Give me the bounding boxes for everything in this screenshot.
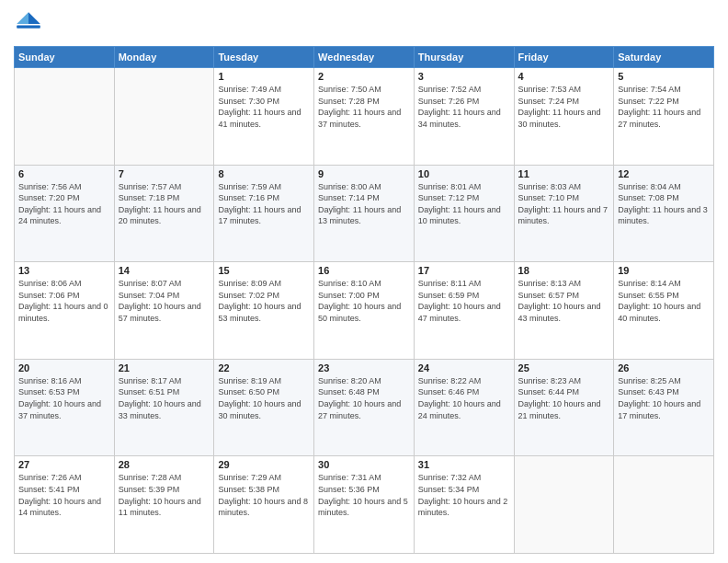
day-number: 1 [218,71,310,82]
day-number: 22 [218,362,310,373]
day-number: 13 [18,265,110,276]
day-number: 17 [418,265,510,276]
calendar-cell: 24Sunrise: 8:22 AMSunset: 6:46 PMDayligh… [414,359,514,456]
day-info: Sunrise: 8:07 AMSunset: 7:04 PMDaylight:… [119,278,210,324]
day-number: 26 [618,362,710,373]
day-info: Sunrise: 7:28 AMSunset: 5:39 PMDaylight:… [119,472,210,518]
day-number: 27 [18,459,110,470]
day-number: 12 [618,168,710,179]
calendar-table: SundayMondayTuesdayWednesdayThursdayFrid… [14,46,714,554]
calendar-cell: 15Sunrise: 8:09 AMSunset: 7:02 PMDayligh… [214,262,314,360]
day-info: Sunrise: 7:59 AMSunset: 7:16 PMDaylight:… [218,181,310,227]
day-number: 18 [518,265,610,276]
day-header-friday: Friday [514,47,614,68]
calendar-cell: 2Sunrise: 7:50 AMSunset: 7:28 PMDaylight… [314,68,415,166]
calendar-cell [514,456,614,554]
day-header-sunday: Sunday [15,47,115,68]
header [14,9,714,39]
day-number: 7 [119,168,210,179]
day-number: 3 [418,71,510,82]
calendar-cell: 22Sunrise: 8:19 AMSunset: 6:50 PMDayligh… [214,359,314,456]
calendar-cell [614,456,714,554]
calendar-cell: 18Sunrise: 8:13 AMSunset: 6:57 PMDayligh… [514,262,614,360]
day-info: Sunrise: 7:29 AMSunset: 5:38 PMDaylight:… [218,472,310,518]
day-info: Sunrise: 7:54 AMSunset: 7:22 PMDaylight:… [618,84,710,130]
day-info: Sunrise: 8:20 AMSunset: 6:48 PMDaylight:… [318,375,410,421]
day-info: Sunrise: 8:11 AMSunset: 6:59 PMDaylight:… [418,278,510,324]
calendar-cell: 13Sunrise: 8:06 AMSunset: 7:06 PMDayligh… [15,262,115,360]
day-info: Sunrise: 8:17 AMSunset: 6:51 PMDaylight:… [119,375,210,421]
day-number: 24 [418,362,510,373]
day-info: Sunrise: 8:13 AMSunset: 6:57 PMDaylight:… [518,278,610,324]
day-info: Sunrise: 7:53 AMSunset: 7:24 PMDaylight:… [518,84,610,130]
day-info: Sunrise: 8:00 AMSunset: 7:14 PMDaylight:… [318,181,410,227]
calendar-cell: 26Sunrise: 8:25 AMSunset: 6:43 PMDayligh… [614,359,714,456]
day-info: Sunrise: 8:10 AMSunset: 7:00 PMDaylight:… [318,278,410,324]
day-header-tuesday: Tuesday [214,47,314,68]
day-info: Sunrise: 7:31 AMSunset: 5:36 PMDaylight:… [318,472,410,518]
calendar-week-3: 13Sunrise: 8:06 AMSunset: 7:06 PMDayligh… [15,262,714,360]
calendar-cell: 11Sunrise: 8:03 AMSunset: 7:10 PMDayligh… [514,165,614,262]
calendar-cell: 12Sunrise: 8:04 AMSunset: 7:08 PMDayligh… [614,165,714,262]
day-info: Sunrise: 7:57 AMSunset: 7:18 PMDaylight:… [119,181,210,227]
day-info: Sunrise: 8:06 AMSunset: 7:06 PMDaylight:… [18,278,110,324]
calendar-cell: 8Sunrise: 7:59 AMSunset: 7:16 PMDaylight… [214,165,314,262]
calendar-cell: 21Sunrise: 8:17 AMSunset: 6:51 PMDayligh… [114,359,214,456]
day-info: Sunrise: 8:01 AMSunset: 7:12 PMDaylight:… [418,181,510,227]
day-header-saturday: Saturday [614,47,714,68]
calendar-cell: 19Sunrise: 8:14 AMSunset: 6:55 PMDayligh… [614,262,714,360]
calendar-cell: 10Sunrise: 8:01 AMSunset: 7:12 PMDayligh… [414,165,514,262]
day-number: 15 [218,265,310,276]
day-number: 6 [18,168,110,179]
day-info: Sunrise: 7:49 AMSunset: 7:30 PMDaylight:… [218,84,310,130]
calendar-cell: 23Sunrise: 8:20 AMSunset: 6:48 PMDayligh… [314,359,415,456]
svg-marker-1 [17,12,28,24]
calendar-cell: 16Sunrise: 8:10 AMSunset: 7:00 PMDayligh… [314,262,415,360]
logo-icon [14,9,43,39]
day-number: 30 [318,459,410,470]
calendar-cell: 4Sunrise: 7:53 AMSunset: 7:24 PMDaylight… [514,68,614,166]
calendar-cell: 20Sunrise: 8:16 AMSunset: 6:53 PMDayligh… [15,359,115,456]
calendar-cell: 17Sunrise: 8:11 AMSunset: 6:59 PMDayligh… [414,262,514,360]
calendar-cell: 27Sunrise: 7:26 AMSunset: 5:41 PMDayligh… [15,456,115,554]
day-number: 5 [618,71,710,82]
calendar-cell: 29Sunrise: 7:29 AMSunset: 5:38 PMDayligh… [214,456,314,554]
calendar-cell: 25Sunrise: 8:23 AMSunset: 6:44 PMDayligh… [514,359,614,456]
day-number: 21 [119,362,210,373]
day-number: 20 [18,362,110,373]
day-number: 29 [218,459,310,470]
day-header-thursday: Thursday [414,47,514,68]
day-number: 25 [518,362,610,373]
day-number: 2 [318,71,410,82]
day-info: Sunrise: 8:04 AMSunset: 7:08 PMDaylight:… [618,181,710,227]
calendar-cell: 3Sunrise: 7:52 AMSunset: 7:26 PMDaylight… [414,68,514,166]
calendar-cell [114,68,214,166]
calendar-cell: 9Sunrise: 8:00 AMSunset: 7:14 PMDaylight… [314,165,415,262]
day-info: Sunrise: 8:16 AMSunset: 6:53 PMDaylight:… [18,375,110,421]
calendar-cell: 7Sunrise: 7:57 AMSunset: 7:18 PMDaylight… [114,165,214,262]
calendar-cell [15,68,115,166]
day-info: Sunrise: 7:56 AMSunset: 7:20 PMDaylight:… [18,181,110,227]
calendar-week-4: 20Sunrise: 8:16 AMSunset: 6:53 PMDayligh… [15,359,714,456]
day-number: 31 [418,459,510,470]
day-info: Sunrise: 8:09 AMSunset: 7:02 PMDaylight:… [218,278,310,324]
day-info: Sunrise: 8:25 AMSunset: 6:43 PMDaylight:… [618,375,710,421]
day-info: Sunrise: 8:23 AMSunset: 6:44 PMDaylight:… [518,375,610,421]
logo [14,9,47,39]
calendar-week-1: 1Sunrise: 7:49 AMSunset: 7:30 PMDaylight… [15,68,714,166]
day-number: 9 [318,168,410,179]
day-header-monday: Monday [114,47,214,68]
calendar-week-2: 6Sunrise: 7:56 AMSunset: 7:20 PMDaylight… [15,165,714,262]
page: SundayMondayTuesdayWednesdayThursdayFrid… [0,0,728,563]
calendar-cell: 6Sunrise: 7:56 AMSunset: 7:20 PMDaylight… [15,165,115,262]
calendar-cell: 30Sunrise: 7:31 AMSunset: 5:36 PMDayligh… [314,456,415,554]
day-number: 8 [218,168,310,179]
day-info: Sunrise: 7:50 AMSunset: 7:28 PMDaylight:… [318,84,410,130]
calendar-cell: 28Sunrise: 7:28 AMSunset: 5:39 PMDayligh… [114,456,214,554]
day-number: 14 [119,265,210,276]
calendar-cell: 1Sunrise: 7:49 AMSunset: 7:30 PMDaylight… [214,68,314,166]
day-number: 19 [618,265,710,276]
day-info: Sunrise: 8:14 AMSunset: 6:55 PMDaylight:… [618,278,710,324]
day-info: Sunrise: 8:03 AMSunset: 7:10 PMDaylight:… [518,181,610,227]
calendar-header-row: SundayMondayTuesdayWednesdayThursdayFrid… [15,47,714,68]
